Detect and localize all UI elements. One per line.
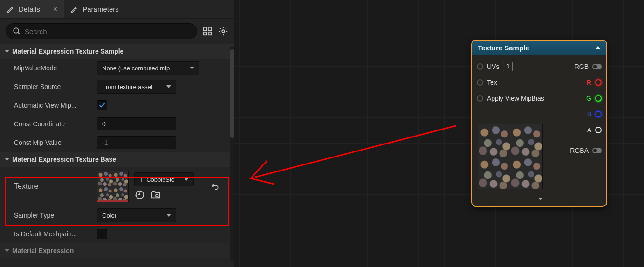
- pin-g[interactable]: G: [586, 95, 602, 102]
- search-icon: [13, 27, 21, 35]
- tab-parameters-label: Parameters: [82, 5, 119, 13]
- prop-label: Texture: [14, 182, 97, 191]
- prop-label: Const Coordinate: [14, 120, 97, 128]
- pin-socket-icon: [595, 79, 602, 86]
- pin-label: Tex: [487, 79, 497, 86]
- category-material-expression[interactable]: Material Expression: [0, 243, 234, 258]
- pin-uvs-index[interactable]: 0: [503, 62, 513, 71]
- svg-point-8: [156, 194, 158, 197]
- search-row: [0, 19, 234, 44]
- dropdown-value: T_CobbleStc: [139, 176, 174, 183]
- reset-to-default-button[interactable]: [209, 181, 220, 192]
- browse-asset-button[interactable]: [150, 189, 161, 200]
- chevron-down-icon: [190, 67, 194, 69]
- search-input[interactable]: [25, 27, 190, 35]
- pin-uvs[interactable]: UVs 0: [477, 62, 513, 71]
- settings-button[interactable]: [218, 26, 229, 37]
- svg-rect-5: [208, 32, 211, 35]
- pin-socket-icon: [595, 111, 602, 117]
- prop-autoviewmip: Automatic View Mip...: [0, 96, 234, 115]
- samplertype-dropdown[interactable]: Color: [97, 208, 176, 222]
- svg-rect-3: [208, 27, 211, 30]
- pin-socket-icon: [595, 95, 602, 102]
- dropdown-value: Color: [102, 212, 116, 219]
- number-value: -1: [102, 139, 108, 146]
- pin-socket-icon: [592, 64, 602, 69]
- prop-label: Is Default Meshpain...: [14, 230, 97, 238]
- check-icon: [98, 102, 106, 109]
- use-selected-button[interactable]: [134, 189, 145, 200]
- svg-line-1: [18, 32, 20, 34]
- caret-down-icon: [5, 50, 9, 53]
- tab-details-label: Details: [19, 5, 40, 13]
- scrollbar-thumb[interactable]: [230, 49, 234, 138]
- svg-rect-4: [204, 32, 206, 35]
- panel-tabs: Details × Parameters: [0, 0, 234, 19]
- category-label: Material Expression: [12, 247, 74, 254]
- pin-b[interactable]: B: [587, 110, 602, 118]
- chevron-up-icon[interactable]: [595, 46, 601, 49]
- pin-label: RGB: [575, 63, 589, 70]
- prop-label: MipValueMode: [14, 64, 97, 72]
- svg-point-0: [14, 28, 19, 33]
- node-header[interactable]: Texture Sample: [472, 41, 606, 55]
- prop-label: Automatic View Mip...: [14, 102, 97, 109]
- prop-samplersource: Sampler Source From texture asset: [0, 77, 234, 96]
- pin-socket-icon: [592, 148, 602, 153]
- category-label: Material Expression Texture Sample: [12, 48, 123, 55]
- defaultmeshpaint-checkbox[interactable]: [97, 229, 107, 239]
- pin-tex[interactable]: Tex: [477, 79, 497, 86]
- prop-samplertype: Sampler Type Color: [0, 206, 234, 225]
- category-texture-sample[interactable]: Material Expression Texture Sample: [0, 44, 234, 59]
- pin-r[interactable]: R: [587, 79, 602, 86]
- dropdown-value: None (use computed mip: [102, 65, 170, 72]
- constcoord-input[interactable]: 0: [97, 117, 176, 130]
- prop-label: Const Mip Value: [14, 139, 97, 146]
- vertical-scrollbar[interactable]: [230, 47, 234, 261]
- pin-label: RGBA: [570, 147, 589, 154]
- constmip-input[interactable]: -1: [97, 136, 176, 149]
- number-value: 0: [102, 120, 106, 128]
- search-box[interactable]: [6, 23, 197, 39]
- dropdown-value: From texture asset: [102, 83, 152, 90]
- samplersource-dropdown[interactable]: From texture asset: [97, 80, 176, 94]
- category-texture-base[interactable]: Material Expression Texture Base: [0, 152, 234, 167]
- pin-socket-icon: [595, 127, 602, 133]
- texture-thumbnail[interactable]: [97, 171, 129, 202]
- chevron-down-icon: [538, 198, 543, 200]
- pin-label: Apply View MipBias: [487, 95, 544, 102]
- pin-rgba[interactable]: RGBA: [570, 147, 602, 154]
- svg-point-6: [222, 30, 225, 33]
- close-icon[interactable]: ×: [53, 5, 57, 14]
- pin-label: R: [587, 79, 591, 86]
- category-label: Material Expression Texture Base: [12, 156, 116, 163]
- grid-view-button[interactable]: [202, 26, 213, 37]
- mipvaluemode-dropdown[interactable]: None (use computed mip: [97, 61, 199, 75]
- texture-asset-dropdown[interactable]: T_CobbleStc: [134, 172, 194, 186]
- prop-defaultmeshpaint: Is Default Meshpain...: [0, 225, 234, 243]
- prop-constcoord: Const Coordinate 0: [0, 115, 234, 133]
- texture-sample-node[interactable]: Texture Sample UVs 0 RGB Tex: [471, 40, 607, 207]
- prop-label: Sampler Type: [14, 212, 97, 219]
- pin-label: B: [587, 110, 591, 118]
- autoviewmip-checkbox[interactable]: [97, 100, 107, 110]
- pin-a[interactable]: A: [587, 126, 602, 134]
- svg-rect-2: [204, 27, 206, 30]
- pin-label: A: [587, 126, 591, 134]
- prop-texture: Texture T_CobbleStc: [0, 167, 234, 206]
- node-title: Texture Sample: [478, 44, 529, 52]
- pin-socket-icon: [477, 79, 483, 86]
- chevron-down-icon: [166, 85, 171, 88]
- tab-details[interactable]: Details ×: [0, 0, 64, 18]
- pin-label: UVs: [487, 63, 499, 70]
- node-texture-preview: [478, 124, 543, 189]
- pin-apply-mipbias[interactable]: Apply View MipBias: [477, 95, 544, 102]
- material-graph-canvas[interactable]: Texture Sample UVs 0 RGB Tex: [234, 0, 644, 267]
- pencil-icon: [7, 5, 15, 14]
- chevron-down-icon: [166, 214, 171, 217]
- node-expand-button[interactable]: [472, 192, 606, 206]
- caret-down-icon: [5, 158, 9, 161]
- pin-rgb[interactable]: RGB: [575, 63, 602, 70]
- pin-label: G: [586, 95, 591, 102]
- tab-parameters[interactable]: Parameters: [64, 0, 125, 18]
